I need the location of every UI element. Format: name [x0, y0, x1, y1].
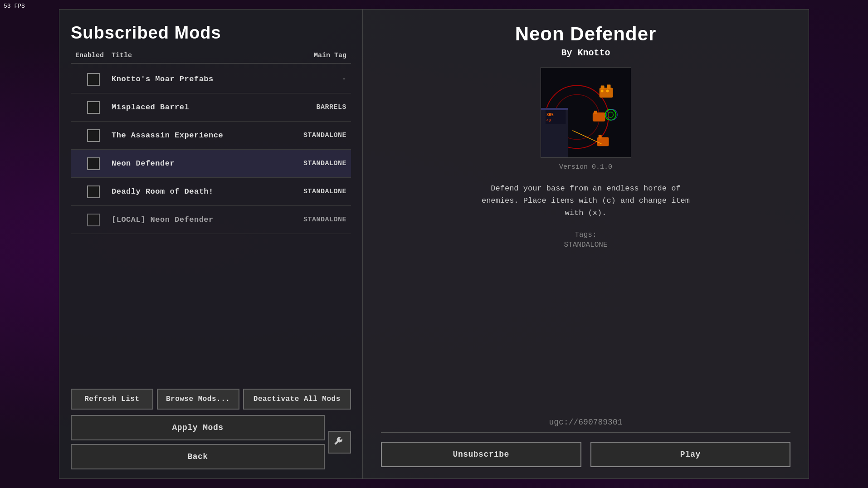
mod-tags-label: Tags: — [575, 231, 596, 239]
svg-point-11 — [600, 90, 603, 93]
mod-tag-5: STANDALONE — [288, 188, 346, 195]
mods-list: Knotto's Moar Prefabs - Misplaced Barrel… — [71, 65, 351, 382]
checkbox-2[interactable] — [87, 101, 100, 114]
mod-title-2: Misplaced Barrel — [112, 103, 288, 112]
mod-title-6: [LOCAL] Neon Defender — [112, 215, 288, 224]
wrench-button[interactable] — [328, 431, 351, 454]
col-header-tag: Main Tag — [288, 52, 346, 59]
unsubscribe-button[interactable]: Unsubscribe — [381, 442, 581, 467]
mod-tag-2: BARRELS — [288, 103, 346, 111]
refresh-button[interactable]: Refresh List — [71, 389, 153, 410]
table-header: Enabled Title Main Tag — [71, 52, 351, 63]
detail-action-buttons: Unsubscribe Play — [381, 442, 790, 467]
checkbox-wrap-3[interactable] — [75, 129, 112, 142]
svg-text:40: 40 — [546, 118, 551, 122]
mod-row-4[interactable]: Neon Defender STANDALONE — [71, 150, 351, 178]
svg-point-12 — [606, 90, 609, 93]
action-buttons: Refresh List Browse Mods... Deactivate A… — [71, 389, 351, 410]
mod-detail-author: By Knotto — [561, 48, 610, 58]
checkbox-1[interactable] — [87, 73, 100, 86]
checkbox-wrap-1[interactable] — [75, 73, 112, 86]
bottom-buttons: Refresh List Browse Mods... Deactivate A… — [71, 389, 351, 469]
mod-row-6[interactable]: [LOCAL] Neon Defender STANDALONE — [71, 206, 351, 234]
mod-title-4: Neon Defender — [112, 159, 288, 168]
mod-row-5[interactable]: Deadly Room of Death! STANDALONE — [71, 178, 351, 206]
mod-version: Version 0.1.0 — [559, 163, 612, 171]
checkbox-4[interactable] — [87, 157, 100, 170]
svg-rect-4 — [541, 108, 568, 110]
mod-detail-title: Neon Defender — [515, 23, 657, 45]
mod-row-3[interactable]: The Assassin Experience STANDALONE — [71, 122, 351, 150]
mod-tag-3: STANDALONE — [288, 132, 346, 139]
svg-rect-10 — [607, 85, 610, 89]
mod-tag-6: STANDALONE — [288, 216, 346, 224]
mod-row-1[interactable]: Knotto's Moar Prefabs - — [71, 65, 351, 93]
apply-button[interactable]: Apply Mods — [71, 415, 325, 440]
svg-rect-9 — [600, 86, 604, 89]
checkbox-wrap-6[interactable] — [75, 214, 112, 226]
left-panel: Subscribed Mods Enabled Title Main Tag K… — [59, 9, 363, 479]
svg-text:305: 305 — [546, 112, 553, 117]
checkbox-wrap-5[interactable] — [75, 185, 112, 198]
mod-tag-4: STANDALONE — [288, 160, 346, 167]
mod-tags-value: STANDALONE — [564, 241, 607, 249]
checkbox-5[interactable] — [87, 185, 100, 198]
back-button[interactable]: Back — [71, 444, 325, 469]
svg-rect-17 — [597, 137, 609, 146]
right-panel: Neon Defender By Knotto 305 40 — [363, 9, 809, 479]
mod-preview: 305 40 — [541, 67, 631, 158]
checkbox-6[interactable] — [87, 214, 100, 226]
checkbox-3[interactable] — [87, 129, 100, 142]
play-button[interactable]: Play — [590, 442, 791, 467]
svg-rect-14 — [594, 111, 597, 114]
browse-button[interactable]: Browse Mods... — [157, 389, 239, 410]
panel-title: Subscribed Mods — [71, 23, 351, 43]
checkbox-wrap-2[interactable] — [75, 101, 112, 114]
checkbox-wrap-4[interactable] — [75, 157, 112, 170]
deactivate-button[interactable]: Deactivate All Mods — [243, 389, 351, 410]
mod-title-3: The Assassin Experience — [112, 131, 288, 140]
mod-row-2[interactable]: Misplaced Barrel BARRELS — [71, 93, 351, 122]
mod-title-1: Knotto's Moar Prefabs — [112, 75, 288, 83]
mod-description: Defend your base from an endless horde o… — [477, 182, 695, 220]
mod-tag-1: - — [288, 75, 346, 83]
svg-rect-8 — [599, 88, 613, 98]
svg-rect-18 — [598, 135, 601, 139]
fps-counter: 53 FPS — [4, 3, 25, 10]
main-container: Subscribed Mods Enabled Title Main Tag K… — [59, 9, 809, 479]
mod-title-5: Deadly Room of Death! — [112, 187, 288, 196]
col-header-enabled: Enabled — [75, 52, 112, 59]
mod-ugc: ugc://690789301 — [381, 412, 790, 433]
col-header-title: Title — [112, 52, 288, 59]
